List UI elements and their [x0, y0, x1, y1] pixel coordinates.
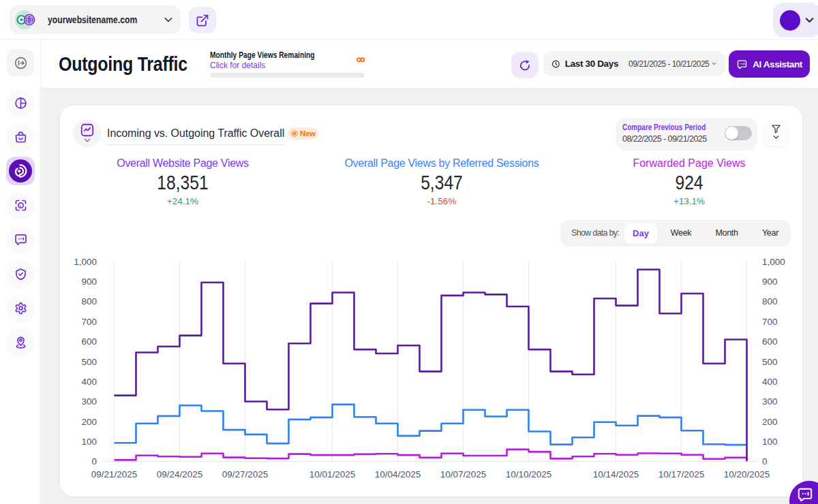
svg-text:10/20/2025: 10/20/2025: [724, 469, 770, 479]
svg-text:500: 500: [762, 357, 778, 367]
svg-text:200: 200: [762, 417, 778, 427]
svg-text:1,000: 1,000: [74, 257, 97, 267]
svg-text:500: 500: [81, 357, 97, 367]
svg-text:900: 900: [762, 277, 778, 287]
svg-text:800: 800: [762, 296, 778, 306]
svg-text:10/17/2025: 10/17/2025: [658, 469, 705, 479]
svg-text:09/24/2025: 09/24/2025: [157, 469, 203, 479]
svg-text:600: 600: [762, 336, 778, 347]
svg-text:0: 0: [91, 456, 97, 467]
svg-text:100: 100: [762, 437, 778, 447]
svg-text:200: 200: [81, 417, 97, 427]
svg-text:0: 0: [762, 456, 768, 467]
svg-text:400: 400: [81, 377, 97, 387]
svg-text:900: 900: [81, 277, 97, 287]
svg-text:10/01/2025: 10/01/2025: [309, 469, 356, 479]
svg-text:1,000: 1,000: [762, 257, 785, 267]
svg-text:400: 400: [762, 377, 778, 387]
svg-text:09/21/2025: 09/21/2025: [91, 469, 138, 479]
svg-text:10/10/2025: 10/10/2025: [506, 469, 552, 479]
svg-text:09/27/2025: 09/27/2025: [222, 469, 269, 479]
svg-text:600: 600: [81, 336, 97, 347]
svg-text:800: 800: [81, 296, 97, 306]
svg-text:10/04/2025: 10/04/2025: [375, 469, 421, 479]
svg-text:10/14/2025: 10/14/2025: [593, 469, 639, 479]
svg-text:700: 700: [81, 317, 97, 327]
svg-text:100: 100: [81, 437, 97, 447]
svg-text:300: 300: [81, 396, 97, 407]
svg-text:10/07/2025: 10/07/2025: [440, 469, 487, 479]
svg-text:700: 700: [762, 317, 778, 327]
svg-text:300: 300: [762, 396, 778, 407]
